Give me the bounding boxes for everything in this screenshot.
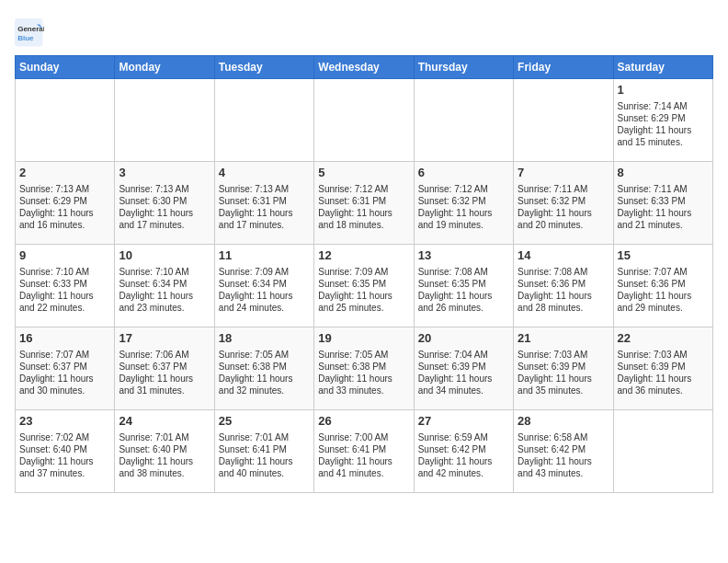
day-number: 8 — [618, 166, 709, 181]
calendar-cell: 16Sunrise: 7:07 AMSunset: 6:37 PMDayligh… — [16, 327, 115, 410]
day-number: 21 — [518, 331, 609, 347]
day-info: Sunrise: 6:58 AMSunset: 6:42 PMDaylight:… — [518, 431, 609, 479]
day-number: 1 — [618, 83, 709, 98]
calendar-cell — [16, 79, 115, 162]
day-info: Sunrise: 7:05 AMSunset: 6:38 PMDaylight:… — [219, 349, 310, 396]
calendar-header-monday: Monday — [115, 56, 214, 79]
calendar-week-row: 9Sunrise: 7:10 AMSunset: 6:33 PMDaylight… — [16, 245, 713, 327]
calendar-cell: 18Sunrise: 7:05 AMSunset: 6:38 PMDayligh… — [214, 327, 313, 410]
logo: General Blue — [15, 18, 46, 48]
day-info: Sunrise: 7:14 AMSunset: 6:29 PMDaylight:… — [618, 100, 709, 148]
calendar-cell: 21Sunrise: 7:03 AMSunset: 6:39 PMDayligh… — [514, 327, 613, 410]
calendar-header-sunday: Sunday — [16, 56, 115, 79]
calendar-week-row: 23Sunrise: 7:02 AMSunset: 6:40 PMDayligh… — [16, 410, 713, 493]
day-info: Sunrise: 7:13 AMSunset: 6:30 PMDaylight:… — [119, 183, 210, 231]
calendar-cell: 8Sunrise: 7:11 AMSunset: 6:33 PMDaylight… — [613, 162, 712, 245]
calendar-cell: 10Sunrise: 7:10 AMSunset: 6:34 PMDayligh… — [115, 245, 214, 327]
day-info: Sunrise: 7:00 AMSunset: 6:41 PMDaylight:… — [318, 431, 409, 479]
day-number: 15 — [618, 248, 709, 264]
calendar-cell: 23Sunrise: 7:02 AMSunset: 6:40 PMDayligh… — [16, 410, 115, 493]
calendar-cell — [214, 79, 313, 162]
calendar-cell — [414, 79, 513, 162]
svg-text:Blue: Blue — [17, 34, 34, 42]
day-info: Sunrise: 7:03 AMSunset: 6:39 PMDaylight:… — [618, 349, 709, 396]
calendar-cell: 3Sunrise: 7:13 AMSunset: 6:30 PMDaylight… — [115, 162, 214, 245]
day-info: Sunrise: 7:13 AMSunset: 6:29 PMDaylight:… — [19, 183, 110, 231]
day-number: 27 — [418, 414, 509, 430]
calendar-header-wednesday: Wednesday — [314, 56, 414, 79]
calendar-cell — [314, 79, 414, 162]
day-number: 4 — [219, 166, 310, 181]
day-info: Sunrise: 7:01 AMSunset: 6:40 PMDaylight:… — [119, 431, 210, 479]
day-number: 13 — [418, 248, 509, 264]
day-info: Sunrise: 7:13 AMSunset: 6:31 PMDaylight:… — [219, 183, 310, 231]
day-number: 17 — [119, 331, 210, 347]
calendar-week-row: 1Sunrise: 7:14 AMSunset: 6:29 PMDaylight… — [16, 79, 713, 162]
calendar-cell: 6Sunrise: 7:12 AMSunset: 6:32 PMDaylight… — [414, 162, 513, 245]
calendar-table: SundayMondayTuesdayWednesdayThursdayFrid… — [15, 55, 713, 493]
calendar-week-row: 16Sunrise: 7:07 AMSunset: 6:37 PMDayligh… — [16, 327, 713, 410]
calendar-week-row: 2Sunrise: 7:13 AMSunset: 6:29 PMDaylight… — [16, 162, 713, 245]
calendar-header-friday: Friday — [514, 56, 613, 79]
calendar-cell: 17Sunrise: 7:06 AMSunset: 6:37 PMDayligh… — [115, 327, 214, 410]
day-info: Sunrise: 7:08 AMSunset: 6:35 PMDaylight:… — [418, 266, 509, 314]
day-number: 5 — [318, 166, 409, 181]
calendar-cell: 7Sunrise: 7:11 AMSunset: 6:32 PMDaylight… — [514, 162, 613, 245]
day-info: Sunrise: 7:11 AMSunset: 6:33 PMDaylight:… — [618, 183, 709, 231]
day-info: Sunrise: 7:10 AMSunset: 6:33 PMDaylight:… — [19, 266, 110, 314]
day-number: 25 — [219, 414, 310, 430]
calendar-cell: 22Sunrise: 7:03 AMSunset: 6:39 PMDayligh… — [613, 327, 712, 410]
day-number: 19 — [318, 331, 409, 347]
calendar-cell — [514, 79, 613, 162]
day-number: 6 — [418, 166, 509, 181]
day-number: 12 — [318, 248, 409, 264]
calendar-cell: 19Sunrise: 7:05 AMSunset: 6:38 PMDayligh… — [314, 327, 414, 410]
day-info: Sunrise: 7:04 AMSunset: 6:39 PMDaylight:… — [418, 349, 509, 396]
calendar-header-saturday: Saturday — [613, 56, 712, 79]
day-info: Sunrise: 7:09 AMSunset: 6:35 PMDaylight:… — [318, 266, 409, 314]
day-info: Sunrise: 7:02 AMSunset: 6:40 PMDaylight:… — [19, 431, 110, 479]
day-number: 28 — [518, 414, 609, 430]
calendar-cell: 13Sunrise: 7:08 AMSunset: 6:35 PMDayligh… — [414, 245, 513, 327]
calendar-cell: 14Sunrise: 7:08 AMSunset: 6:36 PMDayligh… — [514, 245, 613, 327]
day-number: 2 — [19, 166, 110, 181]
day-number: 7 — [518, 166, 609, 181]
day-number: 18 — [219, 331, 310, 347]
day-info: Sunrise: 7:09 AMSunset: 6:34 PMDaylight:… — [219, 266, 310, 314]
day-number: 22 — [618, 331, 709, 347]
day-info: Sunrise: 7:03 AMSunset: 6:39 PMDaylight:… — [518, 349, 609, 396]
day-info: Sunrise: 7:10 AMSunset: 6:34 PMDaylight:… — [119, 266, 210, 314]
page-header: General Blue — [15, 15, 713, 48]
day-info: Sunrise: 7:07 AMSunset: 6:37 PMDaylight:… — [19, 349, 110, 396]
day-number: 24 — [119, 414, 210, 430]
calendar-cell: 2Sunrise: 7:13 AMSunset: 6:29 PMDaylight… — [16, 162, 115, 245]
calendar-cell: 12Sunrise: 7:09 AMSunset: 6:35 PMDayligh… — [314, 245, 414, 327]
day-number: 11 — [219, 248, 310, 264]
calendar-cell: 9Sunrise: 7:10 AMSunset: 6:33 PMDaylight… — [16, 245, 115, 327]
calendar-cell: 26Sunrise: 7:00 AMSunset: 6:41 PMDayligh… — [314, 410, 414, 493]
logo-icon: General Blue — [15, 18, 44, 48]
calendar-header-thursday: Thursday — [414, 56, 513, 79]
day-number: 3 — [119, 166, 210, 181]
day-number: 23 — [19, 414, 110, 430]
calendar-cell: 11Sunrise: 7:09 AMSunset: 6:34 PMDayligh… — [214, 245, 313, 327]
day-info: Sunrise: 7:05 AMSunset: 6:38 PMDaylight:… — [318, 349, 409, 396]
calendar-cell: 28Sunrise: 6:58 AMSunset: 6:42 PMDayligh… — [514, 410, 613, 493]
day-info: Sunrise: 7:11 AMSunset: 6:32 PMDaylight:… — [518, 183, 609, 231]
day-info: Sunrise: 7:08 AMSunset: 6:36 PMDaylight:… — [518, 266, 609, 314]
day-number: 10 — [119, 248, 210, 264]
calendar-cell: 20Sunrise: 7:04 AMSunset: 6:39 PMDayligh… — [414, 327, 513, 410]
calendar-cell: 25Sunrise: 7:01 AMSunset: 6:41 PMDayligh… — [214, 410, 313, 493]
day-info: Sunrise: 7:12 AMSunset: 6:32 PMDaylight:… — [418, 183, 509, 231]
calendar-cell: 4Sunrise: 7:13 AMSunset: 6:31 PMDaylight… — [214, 162, 313, 245]
day-number: 16 — [19, 331, 110, 347]
calendar-header-tuesday: Tuesday — [214, 56, 313, 79]
calendar-cell: 24Sunrise: 7:01 AMSunset: 6:40 PMDayligh… — [115, 410, 214, 493]
day-info: Sunrise: 6:59 AMSunset: 6:42 PMDaylight:… — [418, 431, 509, 479]
day-number: 20 — [418, 331, 509, 347]
calendar-cell: 1Sunrise: 7:14 AMSunset: 6:29 PMDaylight… — [613, 79, 712, 162]
day-info: Sunrise: 7:12 AMSunset: 6:31 PMDaylight:… — [318, 183, 409, 231]
day-info: Sunrise: 7:01 AMSunset: 6:41 PMDaylight:… — [219, 431, 310, 479]
calendar-header-row: SundayMondayTuesdayWednesdayThursdayFrid… — [16, 56, 713, 79]
day-number: 14 — [518, 248, 609, 264]
